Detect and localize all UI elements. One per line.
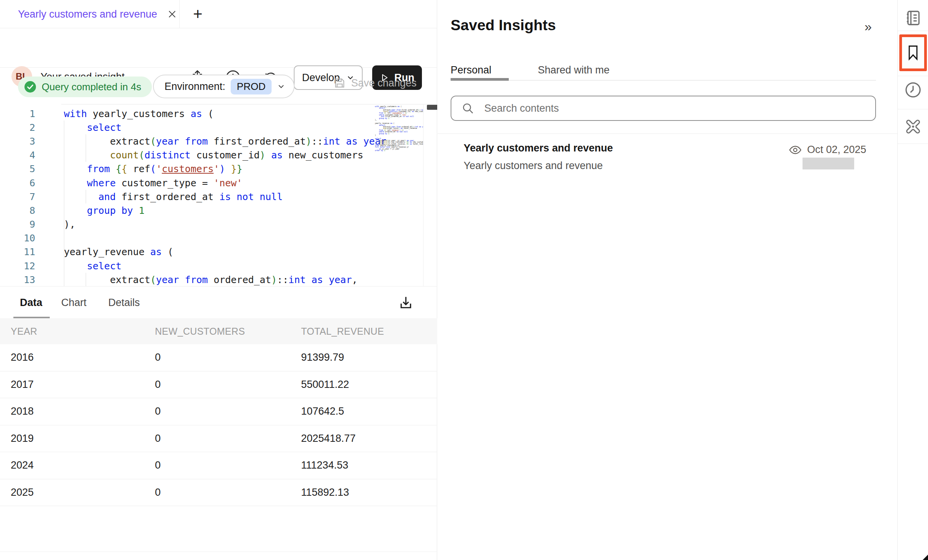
table-row[interactable]: 20250115892.13 <box>0 479 437 506</box>
clock-icon[interactable] <box>898 81 928 99</box>
table-row[interactable]: 20180107642.5 <box>0 398 437 425</box>
status-row: Query completed in 4s Environment: PROD … <box>0 68 437 104</box>
table-cell: 2025 <box>11 487 155 498</box>
table-cell: 2016 <box>11 352 155 363</box>
table-cell: 2024 <box>11 459 155 471</box>
dbt-logo-icon[interactable] <box>898 117 928 136</box>
table-header: YEARNEW_CUSTOMERSTOTAL_REVENUE <box>0 318 437 344</box>
insight-item-date: Oct 02, 2025 <box>789 144 866 156</box>
redacted-author-placeholder <box>803 158 854 169</box>
chevron-down-icon <box>277 82 285 91</box>
check-circle-icon <box>24 81 36 93</box>
tab-title: Yearly customers and revenue <box>18 8 157 20</box>
table-cell: 115892.13 <box>301 487 437 498</box>
minimap-separator <box>423 104 423 286</box>
bookmark-selected-highlight[interactable] <box>899 34 927 71</box>
code-line[interactable]: 6 where customer_type = 'new' <box>0 176 437 190</box>
line-number: 1 <box>0 108 41 119</box>
tab-yearly-customers[interactable]: Yearly customers and revenue <box>0 0 180 28</box>
code-line[interactable]: 1with yearly_customers as ( <box>0 107 437 120</box>
table-cell: 107642.5 <box>301 405 437 417</box>
search-input[interactable]: Search contents <box>451 96 876 121</box>
code-line[interactable]: 7 and first_ordered_at is not null <box>0 190 437 203</box>
code-line[interactable]: 3 extract(year from first_ordered_at)::i… <box>0 134 437 148</box>
line-number: 8 <box>0 205 41 216</box>
search-icon <box>461 102 474 115</box>
line-number: 10 <box>0 233 41 244</box>
tab-bar: Yearly customers and revenue + <box>0 0 437 28</box>
result-tab-details[interactable]: Details <box>108 287 140 319</box>
result-tab-data[interactable]: Data <box>20 287 42 319</box>
new-tab-button[interactable]: + <box>186 0 209 28</box>
table-cell: 2025418.77 <box>301 433 437 444</box>
column-header: NEW_CUSTOMERS <box>155 326 301 337</box>
result-tabs: DataChartDetails <box>0 286 437 318</box>
resize-handle[interactable] <box>923 555 928 560</box>
table-row[interactable]: 2016091399.79 <box>0 344 437 371</box>
scrollbar-thumb[interactable] <box>427 105 437 110</box>
code-line[interactable]: 4 count(distinct customer_id) as new_cus… <box>0 148 437 162</box>
query-status-text: Query completed in 4s <box>42 81 141 93</box>
table-cell: 2018 <box>11 405 155 417</box>
column-header: YEAR <box>11 326 155 337</box>
download-icon[interactable] <box>398 295 414 311</box>
insight-item-title: Yearly customers and revenue <box>464 142 613 154</box>
panel-title: Saved Insights <box>451 17 556 34</box>
table-cell: 0 <box>155 433 301 444</box>
table-cell: 0 <box>155 352 301 363</box>
saved-insights-panel: Saved Insights » PersonalShared with me … <box>438 0 897 560</box>
insights-tab-personal[interactable]: Personal <box>451 64 492 76</box>
line-number: 7 <box>0 191 41 202</box>
line-number: 12 <box>0 260 41 272</box>
environment-selector[interactable]: Environment: PROD <box>153 75 295 98</box>
line-number: 11 <box>0 246 41 257</box>
code-line[interactable]: 8 group by 1 <box>0 203 437 217</box>
table-row[interactable]: 20240111234.53 <box>0 452 437 479</box>
eye-icon <box>789 145 802 155</box>
save-changes-label: Save changes <box>351 77 417 89</box>
table-cell: 0 <box>155 459 301 471</box>
list-divider <box>438 133 897 134</box>
code-line[interactable]: 11yearly_revenue as ( <box>0 245 437 259</box>
active-tab-indicator <box>451 78 509 81</box>
code-line[interactable]: 12 select <box>0 259 437 273</box>
line-number: 3 <box>0 136 41 147</box>
table-row[interactable]: 201902025418.77 <box>0 425 437 453</box>
results-table: YEARNEW_CUSTOMERSTOTAL_REVENUE 201609139… <box>0 318 437 506</box>
query-status-badge: Query completed in 4s <box>18 77 152 97</box>
save-changes-button[interactable]: Save changes <box>334 77 417 89</box>
line-number: 2 <box>0 122 41 133</box>
right-icon-strip <box>897 0 928 560</box>
notebook-icon[interactable] <box>898 9 928 27</box>
environment-value-chip: PROD <box>231 79 272 94</box>
insight-toolbar: BL Your saved insight Develop <box>0 28 437 68</box>
collapse-panel-icon[interactable]: » <box>865 19 872 34</box>
strip-divider <box>898 31 928 31</box>
table-cell: 111234.53 <box>301 459 437 471</box>
code-line[interactable]: 2 select <box>0 120 437 134</box>
code-line[interactable]: 13 extract(year from ordered_at)::int as… <box>0 273 437 286</box>
close-tab-icon[interactable] <box>167 9 177 19</box>
table-cell: 91399.79 <box>301 352 437 363</box>
result-tab-chart[interactable]: Chart <box>61 287 86 319</box>
table-cell: 0 <box>155 405 301 417</box>
save-icon <box>334 77 346 89</box>
pane-bottom-divider <box>0 552 437 552</box>
minimap[interactable]: with yearly_customers as ( select extrac… <box>375 106 423 285</box>
tabs-track <box>451 80 876 81</box>
insights-tab-shared-with-me[interactable]: Shared with me <box>538 64 610 76</box>
table-cell: 0 <box>155 487 301 498</box>
code-line[interactable]: 9), <box>0 218 437 231</box>
sql-editor[interactable]: 1with yearly_customers as (2 select3 ext… <box>0 104 437 286</box>
strip-divider <box>898 76 928 76</box>
code-line[interactable]: 10 <box>0 231 437 245</box>
line-number: 4 <box>0 150 41 161</box>
table-row[interactable]: 20170550011.22 <box>0 371 437 399</box>
table-cell: 2019 <box>11 433 155 444</box>
bookmark-icon <box>905 44 921 61</box>
column-header: TOTAL_REVENUE <box>301 326 437 337</box>
code-line[interactable]: 5 from {{ ref('customers') }} <box>0 162 437 176</box>
strip-divider <box>898 109 928 109</box>
insight-item-subtitle: Yearly customers and revenue <box>464 160 603 172</box>
editor-border <box>61 104 437 104</box>
